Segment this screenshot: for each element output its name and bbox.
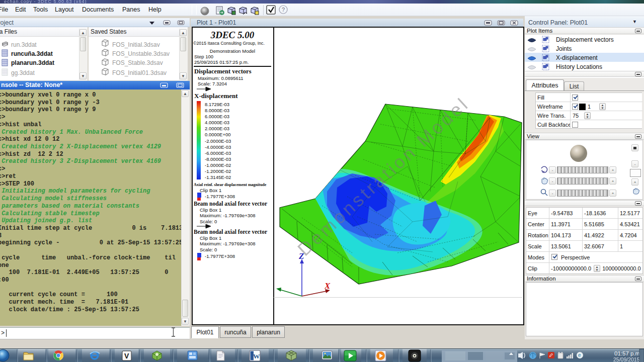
svg-text:01:57 p.m.: 01:57 p.m. xyxy=(614,350,641,356)
svg-text:25/09/2015: 25/09/2015 xyxy=(613,356,640,362)
svg-text:Z: Z xyxy=(298,251,304,261)
svg-text:W: W xyxy=(253,352,260,360)
svg-text:e: e xyxy=(578,352,581,358)
svg-text:?: ? xyxy=(282,7,285,13)
svg-text:V: V xyxy=(124,352,129,360)
svg-text:X: X xyxy=(324,281,331,291)
